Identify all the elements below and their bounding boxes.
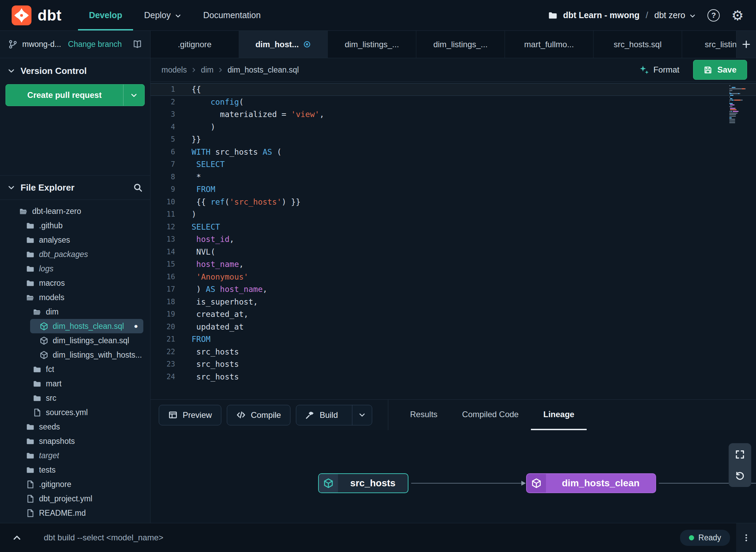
code-line[interactable]: 17 ) AS host_name, bbox=[151, 283, 756, 296]
tab-gitignore[interactable]: .gitignore bbox=[151, 31, 239, 58]
tree-item-fct[interactable]: fct bbox=[0, 362, 150, 376]
minimap-mark bbox=[734, 104, 735, 105]
tree-item-dbt-packages[interactable]: dbt_packages bbox=[0, 247, 150, 261]
lineage-canvas[interactable]: src_hostsdim_hosts_cleandim_listings_w_h bbox=[151, 430, 756, 523]
code-line[interactable]: 9 FROM bbox=[151, 183, 756, 196]
tree-item-gitignore[interactable]: .gitignore bbox=[0, 477, 150, 491]
tree-item-analyses[interactable]: analyses bbox=[0, 233, 150, 247]
tab-dim-listings[interactable]: dim_listings_... bbox=[328, 31, 416, 58]
format-button[interactable]: Format bbox=[639, 65, 679, 75]
tree-item-dim-listings-with-hosts[interactable]: dim_listings_with_hosts... bbox=[0, 348, 150, 362]
tab-lineage[interactable]: Lineage bbox=[531, 400, 587, 430]
tree-item-snapshots[interactable]: snapshots bbox=[0, 434, 150, 448]
code-line[interactable]: 19 created_at, bbox=[151, 308, 756, 321]
file-explorer-header[interactable]: File Explorer bbox=[0, 175, 150, 200]
tab-dim-host[interactable]: dim_host... bbox=[239, 31, 328, 58]
expand-panel-button[interactable] bbox=[9, 530, 25, 545]
fullscreen-button[interactable] bbox=[730, 445, 750, 464]
nav-item-develop[interactable]: Develop bbox=[78, 0, 133, 30]
code-token: updated_at bbox=[192, 322, 244, 331]
code-line[interactable]: 23 src_hosts bbox=[151, 358, 756, 371]
compile-button[interactable]: Compile bbox=[227, 405, 290, 425]
tab-results[interactable]: Results bbox=[398, 400, 450, 430]
command-input[interactable]: dbt build --select <model_name> bbox=[44, 533, 164, 542]
code-line[interactable]: 3 materialized = 'view', bbox=[151, 108, 756, 121]
code-line[interactable]: 11) bbox=[151, 208, 756, 221]
code-token: 'src_hosts' bbox=[230, 197, 282, 206]
brand: dbt bbox=[0, 0, 78, 30]
help-button[interactable]: ? bbox=[707, 9, 720, 22]
build-dropdown-button[interactable] bbox=[352, 405, 372, 425]
folder-icon bbox=[26, 265, 35, 273]
tree-item-dim[interactable]: dim bbox=[0, 305, 150, 319]
code-line[interactable]: 21FROM bbox=[151, 333, 756, 346]
breadcrumb-item[interactable]: dim bbox=[201, 65, 213, 75]
code-editor[interactable]: 1{{2 config(3 materialized = 'view',4 )5… bbox=[151, 81, 756, 399]
code-line[interactable]: 15 host_name, bbox=[151, 258, 756, 271]
environment-dropdown[interactable]: dbt zero bbox=[654, 10, 696, 20]
lineage-node-dim-hosts-clean[interactable]: dim_hosts_clean bbox=[526, 473, 656, 493]
docs-book-icon[interactable] bbox=[133, 40, 142, 49]
tree-item-macros[interactable]: macros bbox=[0, 276, 150, 290]
tab-compiled-code[interactable]: Compiled Code bbox=[450, 400, 531, 430]
cube-icon bbox=[40, 336, 48, 345]
editor-minimap[interactable] bbox=[729, 85, 750, 124]
minimap-mark bbox=[733, 111, 738, 112]
save-button[interactable]: Save bbox=[693, 60, 747, 80]
search-icon[interactable] bbox=[133, 183, 143, 192]
tree-item-github[interactable]: .github bbox=[0, 218, 150, 233]
create-pr-dropdown-button[interactable] bbox=[123, 85, 144, 106]
code-line[interactable]: 14 NVL( bbox=[151, 246, 756, 258]
tree-item-models[interactable]: models bbox=[0, 290, 150, 305]
tree-item-dbt-learn-zero[interactable]: dbt-learn-zero bbox=[0, 204, 150, 218]
line-number: 12 bbox=[151, 223, 175, 231]
code-line[interactable]: 2 config( bbox=[151, 96, 756, 108]
code-line[interactable]: 12SELECT bbox=[151, 221, 756, 233]
create-pull-request-button[interactable]: Create pull request bbox=[5, 84, 145, 106]
lineage-node-src-hosts[interactable]: src_hosts bbox=[318, 473, 408, 493]
tree-item-dbt-project-yml[interactable]: dbt_project.yml bbox=[0, 491, 150, 506]
code-line[interactable]: 4 ) bbox=[151, 121, 756, 133]
code-token: ) bbox=[192, 285, 206, 294]
code-line[interactable]: 6WITH src_hosts AS ( bbox=[151, 146, 756, 158]
new-tab-button[interactable] bbox=[736, 31, 756, 58]
code-line[interactable]: 16 'Anonymous' bbox=[151, 271, 756, 283]
gear-icon[interactable]: ⚙ bbox=[731, 9, 744, 22]
tree-item-readme-md[interactable]: README.md bbox=[0, 506, 150, 520]
preview-button[interactable]: Preview bbox=[159, 405, 221, 425]
code-line[interactable]: 7 SELECT bbox=[151, 158, 756, 171]
tree-item-mart[interactable]: mart bbox=[0, 376, 150, 391]
breadcrumb-item[interactable]: dim_hosts_clean.sql bbox=[227, 65, 299, 75]
tree-item-sources-yml[interactable]: sources.yml bbox=[0, 405, 150, 420]
code-line[interactable]: 24 src_hosts bbox=[151, 371, 756, 383]
code-line[interactable]: 10 {{ ref('src_hosts') }} bbox=[151, 196, 756, 208]
version-control-header[interactable]: Version Control bbox=[0, 58, 150, 84]
tree-item-dim-listings-clean-sql[interactable]: dim_listings_clean.sql bbox=[0, 333, 150, 348]
code-line[interactable]: 22 src_hosts bbox=[151, 346, 756, 358]
build-button[interactable]: Build bbox=[296, 405, 347, 425]
tree-item-target[interactable]: target bbox=[0, 448, 150, 463]
code-line[interactable]: 20 updated_at bbox=[151, 321, 756, 333]
nav-item-deploy[interactable]: Deploy bbox=[133, 0, 192, 30]
reset-view-button[interactable] bbox=[730, 466, 750, 485]
change-branch-link[interactable]: Change branch bbox=[68, 40, 122, 49]
tree-item-tests[interactable]: tests bbox=[0, 463, 150, 477]
code-line[interactable]: 5}} bbox=[151, 133, 756, 146]
line-number: 11 bbox=[151, 210, 175, 218]
code-text: NVL( bbox=[175, 247, 215, 256]
kebab-menu-button[interactable] bbox=[736, 523, 756, 552]
tree-item-seeds[interactable]: seeds bbox=[0, 420, 150, 434]
code-line[interactable]: 18 is_superhost, bbox=[151, 296, 756, 308]
nav-item-documentation[interactable]: Documentation bbox=[192, 0, 272, 30]
code-line[interactable]: 13 host_id, bbox=[151, 233, 756, 246]
project-folder-icon bbox=[548, 11, 558, 20]
tree-item-logs[interactable]: logs bbox=[0, 261, 150, 276]
breadcrumb-item[interactable]: models bbox=[161, 65, 187, 75]
tab-mart-fullmo[interactable]: mart_fullmo... bbox=[505, 31, 594, 58]
tree-item-dim-hosts-clean-sql[interactable]: dim_hosts_clean.sql• bbox=[30, 319, 143, 333]
tab-dim-listings[interactable]: dim_listings_... bbox=[416, 31, 505, 58]
code-line[interactable]: 1{{ bbox=[151, 83, 756, 96]
code-line[interactable]: 8 * bbox=[151, 171, 756, 183]
tree-item-src[interactable]: src bbox=[0, 391, 150, 405]
tab-src-hosts-sql[interactable]: src_hosts.sql bbox=[594, 31, 682, 58]
